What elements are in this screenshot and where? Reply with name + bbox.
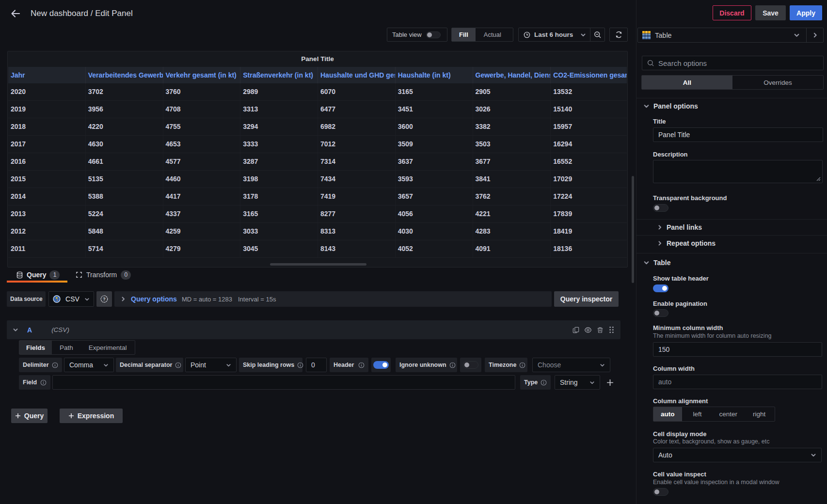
- svg-text:?: ?: [103, 297, 106, 301]
